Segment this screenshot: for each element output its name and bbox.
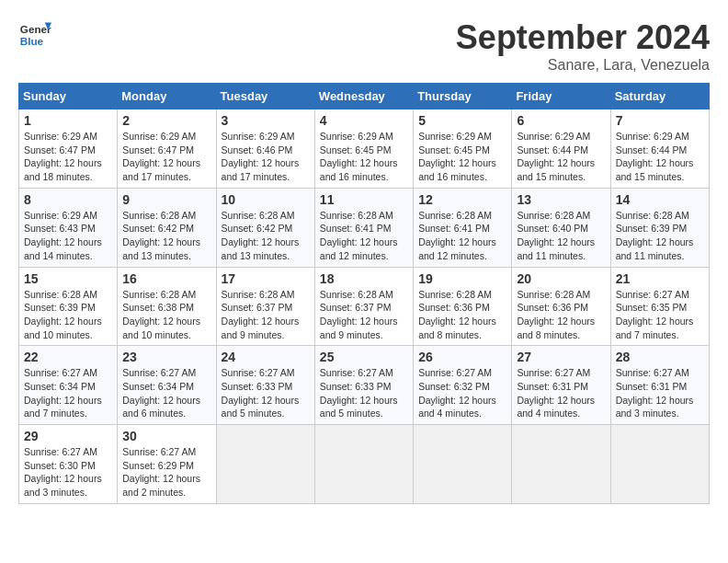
day-number: 7: [616, 113, 704, 128]
day-info: Sunrise: 6:29 AM Sunset: 6:47 PM Dayligh…: [24, 130, 112, 184]
day-info: Sunrise: 6:28 AM Sunset: 6:41 PM Dayligh…: [418, 209, 506, 263]
day-info: Sunrise: 6:27 AM Sunset: 6:33 PM Dayligh…: [222, 366, 310, 420]
day-info: Sunrise: 6:29 AM Sunset: 6:45 PM Dayligh…: [320, 130, 408, 184]
day-number: 1: [24, 113, 112, 128]
day-info: Sunrise: 6:28 AM Sunset: 6:38 PM Dayligh…: [122, 288, 210, 342]
day-info: Sunrise: 6:27 AM Sunset: 6:33 PM Dayligh…: [320, 366, 408, 420]
day-number: 24: [222, 350, 310, 364]
calendar-cell: 8 Sunrise: 6:29 AM Sunset: 6:43 PM Dayli…: [19, 188, 118, 267]
day-info: Sunrise: 6:29 AM Sunset: 6:45 PM Dayligh…: [418, 130, 506, 184]
day-info: Sunrise: 6:27 AM Sunset: 6:31 PM Dayligh…: [517, 366, 605, 420]
calendar-cell: 27 Sunrise: 6:27 AM Sunset: 6:31 PM Dayl…: [512, 346, 610, 425]
day-number: 17: [222, 271, 310, 286]
column-header-monday: Monday: [118, 84, 216, 109]
day-info: Sunrise: 6:27 AM Sunset: 6:30 PM Dayligh…: [24, 445, 112, 500]
day-number: 20: [517, 271, 605, 286]
day-number: 9: [122, 192, 210, 207]
calendar-cell: 22 Sunrise: 6:27 AM Sunset: 6:34 PM Dayl…: [19, 346, 118, 425]
calendar-week-row: 1 Sunrise: 6:29 AM Sunset: 6:47 PM Dayli…: [19, 109, 710, 189]
calendar-cell: [216, 425, 314, 504]
calendar-cell: 4 Sunrise: 6:29 AM Sunset: 6:45 PM Dayli…: [314, 109, 413, 189]
column-header-saturday: Saturday: [610, 84, 709, 109]
calendar-table: SundayMondayTuesdayWednesdayThursdayFrid…: [18, 83, 710, 504]
calendar-cell: 29 Sunrise: 6:27 AM Sunset: 6:30 PM Dayl…: [19, 425, 118, 504]
column-header-thursday: Thursday: [414, 84, 512, 109]
day-info: Sunrise: 6:28 AM Sunset: 6:41 PM Dayligh…: [320, 209, 408, 263]
day-info: Sunrise: 6:28 AM Sunset: 6:37 PM Dayligh…: [222, 288, 310, 342]
day-number: 15: [24, 271, 112, 286]
page-header: General Blue September 2024 Sanare, Lara…: [18, 18, 710, 74]
calendar-cell: 11 Sunrise: 6:28 AM Sunset: 6:41 PM Dayl…: [314, 188, 413, 267]
column-header-wednesday: Wednesday: [314, 84, 413, 109]
calendar-cell: [512, 425, 610, 504]
title-block: September 2024 Sanare, Lara, Venezuela: [456, 18, 710, 74]
day-number: 2: [122, 113, 210, 128]
day-info: Sunrise: 6:27 AM Sunset: 6:34 PM Dayligh…: [24, 366, 112, 420]
day-info: Sunrise: 6:27 AM Sunset: 6:29 PM Dayligh…: [122, 445, 210, 500]
day-number: 11: [320, 192, 408, 207]
calendar-cell: 9 Sunrise: 6:28 AM Sunset: 6:42 PM Dayli…: [118, 188, 216, 267]
calendar-cell: 13 Sunrise: 6:28 AM Sunset: 6:40 PM Dayl…: [512, 188, 610, 267]
calendar-cell: 16 Sunrise: 6:28 AM Sunset: 6:38 PM Dayl…: [118, 267, 216, 346]
day-info: Sunrise: 6:28 AM Sunset: 6:36 PM Dayligh…: [517, 288, 605, 342]
calendar-cell: 3 Sunrise: 6:29 AM Sunset: 6:46 PM Dayli…: [216, 109, 314, 189]
day-number: 16: [122, 271, 210, 286]
day-number: 25: [320, 350, 408, 364]
day-number: 28: [616, 350, 704, 364]
calendar-cell: 18 Sunrise: 6:28 AM Sunset: 6:37 PM Dayl…: [314, 267, 413, 346]
location-subtitle: Sanare, Lara, Venezuela: [456, 57, 710, 74]
calendar-cell: [314, 425, 413, 504]
calendar-cell: 21 Sunrise: 6:27 AM Sunset: 6:35 PM Dayl…: [610, 267, 709, 346]
day-number: 14: [616, 192, 704, 207]
day-info: Sunrise: 6:27 AM Sunset: 6:34 PM Dayligh…: [122, 366, 210, 420]
day-number: 30: [122, 429, 210, 443]
day-number: 10: [222, 192, 310, 207]
day-info: Sunrise: 6:29 AM Sunset: 6:44 PM Dayligh…: [517, 130, 605, 184]
day-info: Sunrise: 6:28 AM Sunset: 6:37 PM Dayligh…: [320, 288, 408, 342]
calendar-cell: 7 Sunrise: 6:29 AM Sunset: 6:44 PM Dayli…: [610, 109, 709, 189]
day-number: 23: [122, 350, 210, 364]
day-number: 26: [418, 350, 506, 364]
calendar-cell: 25 Sunrise: 6:27 AM Sunset: 6:33 PM Dayl…: [314, 346, 413, 425]
day-number: 8: [24, 192, 112, 207]
calendar-cell: 19 Sunrise: 6:28 AM Sunset: 6:36 PM Dayl…: [414, 267, 512, 346]
day-info: Sunrise: 6:27 AM Sunset: 6:35 PM Dayligh…: [616, 288, 704, 342]
calendar-cell: 2 Sunrise: 6:29 AM Sunset: 6:47 PM Dayli…: [118, 109, 216, 189]
month-title: September 2024: [456, 18, 710, 57]
calendar-cell: 23 Sunrise: 6:27 AM Sunset: 6:34 PM Dayl…: [118, 346, 216, 425]
day-info: Sunrise: 6:29 AM Sunset: 6:44 PM Dayligh…: [616, 130, 704, 184]
day-number: 22: [24, 350, 112, 364]
day-info: Sunrise: 6:28 AM Sunset: 6:42 PM Dayligh…: [122, 209, 210, 263]
calendar-cell: 10 Sunrise: 6:28 AM Sunset: 6:42 PM Dayl…: [216, 188, 314, 267]
day-number: 21: [616, 271, 704, 286]
day-number: 19: [418, 271, 506, 286]
calendar-week-row: 22 Sunrise: 6:27 AM Sunset: 6:34 PM Dayl…: [19, 346, 710, 425]
day-info: Sunrise: 6:29 AM Sunset: 6:47 PM Dayligh…: [122, 130, 210, 184]
day-number: 5: [418, 113, 506, 128]
calendar-week-row: 15 Sunrise: 6:28 AM Sunset: 6:39 PM Dayl…: [19, 267, 710, 346]
day-info: Sunrise: 6:29 AM Sunset: 6:43 PM Dayligh…: [24, 209, 112, 263]
day-number: 29: [24, 429, 112, 443]
day-number: 6: [517, 113, 605, 128]
calendar-cell: 28 Sunrise: 6:27 AM Sunset: 6:31 PM Dayl…: [610, 346, 709, 425]
calendar-cell: 26 Sunrise: 6:27 AM Sunset: 6:32 PM Dayl…: [414, 346, 512, 425]
svg-text:Blue: Blue: [20, 35, 44, 47]
calendar-cell: 20 Sunrise: 6:28 AM Sunset: 6:36 PM Dayl…: [512, 267, 610, 346]
logo: General Blue: [18, 18, 55, 52]
day-info: Sunrise: 6:28 AM Sunset: 6:39 PM Dayligh…: [24, 288, 112, 342]
column-header-friday: Friday: [512, 84, 610, 109]
day-number: 12: [418, 192, 506, 207]
calendar-cell: 12 Sunrise: 6:28 AM Sunset: 6:41 PM Dayl…: [414, 188, 512, 267]
calendar-cell: 6 Sunrise: 6:29 AM Sunset: 6:44 PM Dayli…: [512, 109, 610, 189]
day-info: Sunrise: 6:28 AM Sunset: 6:42 PM Dayligh…: [222, 209, 310, 263]
day-info: Sunrise: 6:27 AM Sunset: 6:32 PM Dayligh…: [418, 366, 506, 420]
calendar-header-row: SundayMondayTuesdayWednesdayThursdayFrid…: [19, 84, 710, 109]
day-info: Sunrise: 6:28 AM Sunset: 6:39 PM Dayligh…: [616, 209, 704, 263]
day-number: 3: [222, 113, 310, 128]
calendar-week-row: 8 Sunrise: 6:29 AM Sunset: 6:43 PM Dayli…: [19, 188, 710, 267]
day-info: Sunrise: 6:28 AM Sunset: 6:40 PM Dayligh…: [517, 209, 605, 263]
calendar-cell: [610, 425, 709, 504]
day-number: 27: [517, 350, 605, 364]
calendar-cell: 5 Sunrise: 6:29 AM Sunset: 6:45 PM Dayli…: [414, 109, 512, 189]
day-number: 4: [320, 113, 408, 128]
